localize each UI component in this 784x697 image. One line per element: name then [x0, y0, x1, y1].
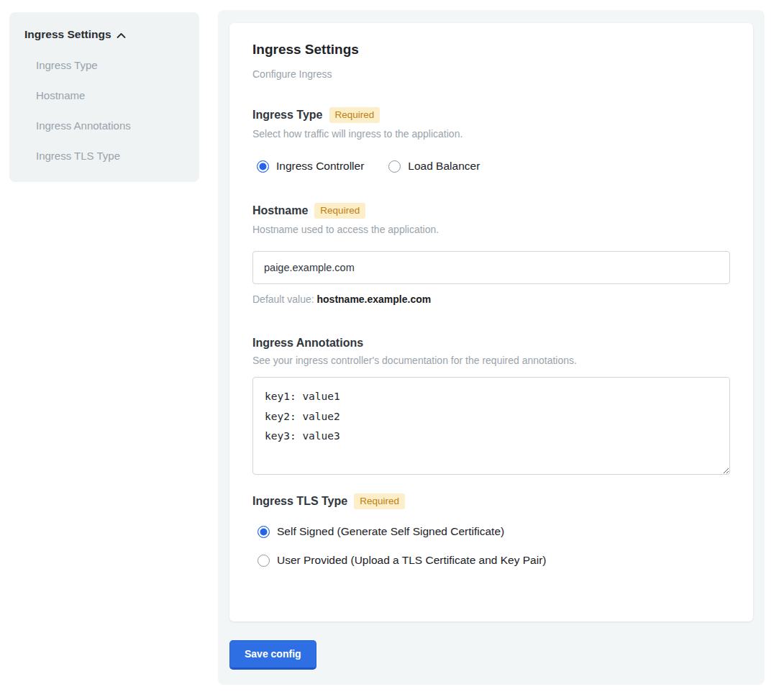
page-subtitle: Configure Ingress [252, 68, 730, 80]
radio-label: Ingress Controller [276, 160, 364, 173]
section-ingress-type: Ingress Type Required Select how traffic… [252, 107, 730, 173]
radio-option-ingress-controller[interactable]: Ingress Controller [257, 160, 364, 173]
default-value-label: Default value: [252, 293, 314, 305]
sidebar-item-ingress-tls-type[interactable]: Ingress TLS Type [36, 150, 186, 162]
hostname-label: Hostname [252, 204, 308, 217]
required-badge: Required [354, 493, 405, 509]
page-title: Ingress Settings [252, 42, 730, 58]
sidebar-group-label: Ingress Settings [24, 28, 111, 41]
default-value-text: hostname.example.com [317, 293, 432, 305]
chevron-up-icon [117, 32, 126, 39]
ingress-type-options: Ingress Controller Load Balancer [257, 160, 730, 173]
tls-type-label: Ingress TLS Type [252, 495, 347, 508]
settings-sidebar: Ingress Settings Ingress Type Hostname I… [9, 12, 199, 182]
section-hostname: Hostname Required Hostname used to acces… [252, 203, 730, 305]
ingress-type-help: Select how traffic will ingress to the a… [252, 128, 730, 140]
required-badge: Required [314, 203, 365, 219]
radio-label: Load Balancer [408, 160, 480, 173]
radio-option-user-provided[interactable]: User Provided (Upload a TLS Certificate … [257, 554, 730, 567]
annotations-label: Ingress Annotations [252, 337, 363, 350]
required-badge: Required [329, 107, 380, 123]
hostname-default-line: Default value: hostname.example.com [252, 293, 730, 305]
tls-type-options: Self Signed (Generate Self Signed Certif… [252, 525, 730, 567]
sidebar-group-ingress-settings[interactable]: Ingress Settings [24, 28, 186, 41]
radio-icon[interactable] [257, 526, 270, 538]
section-ingress-annotations: Ingress Annotations See your ingress con… [252, 337, 730, 475]
save-config-button[interactable]: Save config [229, 640, 316, 670]
radio-icon[interactable] [388, 160, 401, 173]
radio-label: User Provided (Upload a TLS Certificate … [277, 554, 546, 567]
main-panel: Ingress Settings Configure Ingress Ingre… [218, 10, 765, 685]
radio-icon[interactable] [257, 555, 270, 567]
radio-option-self-signed[interactable]: Self Signed (Generate Self Signed Certif… [257, 525, 730, 538]
hostname-input[interactable] [252, 251, 730, 284]
page: Ingress Settings Ingress Type Hostname I… [0, 0, 784, 697]
annotations-help: See your ingress controller's documentat… [252, 355, 730, 366]
sidebar-item-hostname[interactable]: Hostname [36, 89, 186, 101]
radio-icon[interactable] [257, 160, 269, 173]
sidebar-item-ingress-annotations[interactable]: Ingress Annotations [36, 119, 186, 132]
hostname-help: Hostname used to access the application. [252, 224, 730, 235]
sidebar-item-ingress-type[interactable]: Ingress Type [36, 59, 186, 71]
radio-label: Self Signed (Generate Self Signed Certif… [277, 525, 504, 538]
section-ingress-tls-type: Ingress TLS Type Required Self Signed (G… [252, 493, 730, 567]
annotations-textarea[interactable]: key1: value1 key2: value2 key3: value3 [252, 377, 730, 475]
ingress-type-label: Ingress Type [252, 109, 323, 122]
ingress-settings-card: Ingress Settings Configure Ingress Ingre… [229, 23, 753, 621]
radio-option-load-balancer[interactable]: Load Balancer [388, 160, 480, 173]
